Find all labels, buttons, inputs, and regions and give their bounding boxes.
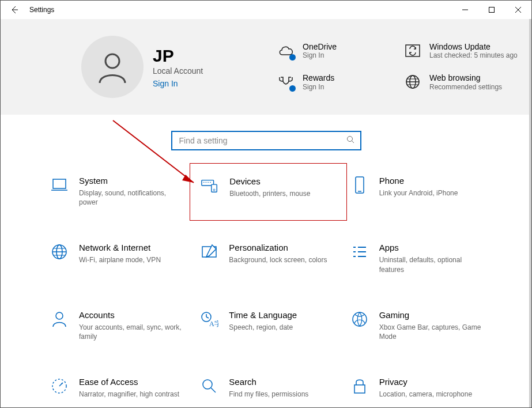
status-column-1: OneDrive Sign In Rewards Sign In (277, 19, 393, 115)
tile-sub: Your accounts, email, sync, work, family (79, 323, 186, 341)
update-sub: Last checked: 5 minutes ago (429, 51, 518, 61)
search-icon (200, 377, 218, 395)
lock-icon (350, 377, 369, 395)
status-dot-icon (289, 54, 296, 61)
tile-title: Phone (379, 176, 458, 186)
person-icon (50, 310, 69, 328)
tile-title: Network & Internet (79, 243, 161, 253)
tile-privacy[interactable]: Privacy Location, camera, microphone (348, 375, 491, 402)
tile-sub: Find my files, permissions (229, 390, 308, 399)
svg-rect-6 (406, 45, 420, 56)
tile-title: Privacy (379, 377, 472, 387)
search-box[interactable] (171, 131, 361, 150)
tile-accounts[interactable]: Accounts Your accounts, email, sync, wor… (48, 308, 191, 345)
tile-title: Time & Language (229, 310, 297, 320)
tile-system[interactable]: System Display, sound, notifications, po… (48, 173, 191, 210)
tile-time-language[interactable]: A字 Time & Language Speech, region, date (198, 308, 341, 345)
rewards-title: Rewards (303, 73, 334, 83)
svg-rect-43 (354, 385, 365, 393)
tile-sub: Bluetooth, printers, mouse (229, 189, 310, 198)
tile-title: Search (229, 377, 308, 387)
account-info: JP Local Account Sign In (153, 46, 203, 88)
phone-icon (350, 176, 369, 194)
tile-sub: Link your Android, iPhone (379, 188, 458, 198)
time-language-icon: A字 (200, 310, 218, 328)
rewards-status[interactable]: Rewards Sign In (277, 73, 393, 92)
svg-text:A字: A字 (209, 320, 218, 328)
tile-sub: Uninstall, defaults, optional features (379, 255, 486, 274)
tile-sub: Display, sound, notifications, power (79, 188, 186, 207)
browsing-sub: Recommended settings (429, 83, 502, 92)
svg-line-11 (352, 141, 354, 143)
tile-title: Devices (229, 176, 310, 187)
svg-rect-2 (489, 7, 495, 13)
account-name: JP (153, 46, 203, 65)
tile-sub: Narrator, magnifier, high contrast (79, 390, 179, 399)
accessibility-icon (50, 377, 69, 395)
settings-grid: System Display, sound, notifications, po… (1, 173, 531, 402)
window-title: Settings (28, 6, 54, 14)
account-header: JP Local Account Sign In OneDrive Sign I… (1, 19, 531, 115)
sync-icon (404, 42, 421, 59)
devices-icon (201, 176, 219, 195)
globe-icon (404, 73, 421, 90)
avatar[interactable] (81, 36, 144, 98)
window-controls (452, 1, 531, 19)
apps-list-icon (350, 243, 369, 261)
cloud-icon (277, 42, 295, 59)
svg-point-33 (56, 312, 63, 319)
onedrive-status[interactable]: OneDrive Sign In (277, 42, 393, 61)
tile-sub: Location, camera, microphone (379, 390, 472, 399)
tile-network[interactable]: Network & Internet Wi-Fi, airplane mode,… (48, 240, 191, 277)
status-column-2: Windows Update Last checked: 5 minutes a… (404, 19, 519, 115)
tile-sub: Speech, region, date (229, 323, 297, 332)
tile-devices[interactable]: Devices Bluetooth, printers, mouse (190, 163, 346, 221)
close-button[interactable] (505, 1, 531, 19)
search-icon (346, 135, 354, 146)
update-title: Windows Update (429, 42, 518, 52)
web-browsing-status[interactable]: Web browsing Recommended settings (404, 73, 519, 92)
tile-title: Ease of Access (79, 377, 179, 387)
person-icon (95, 50, 130, 84)
tile-title: Accounts (79, 310, 186, 320)
tile-title: Gaming (379, 310, 486, 320)
tile-phone[interactable]: Phone Link your Android, iPhone (348, 173, 491, 210)
minimize-button[interactable] (452, 1, 478, 19)
account-signin-link[interactable]: Sign In (153, 79, 203, 88)
maximize-button[interactable] (478, 1, 505, 19)
tile-apps[interactable]: Apps Uninstall, defaults, optional featu… (348, 240, 491, 277)
back-button[interactable] (1, 1, 28, 19)
svg-line-42 (211, 388, 216, 392)
onedrive-sub: Sign In (303, 51, 337, 61)
svg-line-36 (206, 317, 209, 318)
onedrive-title: OneDrive (303, 42, 337, 52)
search-container (1, 131, 531, 150)
settings-window: Settings JP Local Account Sign In (0, 0, 532, 408)
paint-icon (200, 243, 218, 261)
title-bar: Settings (1, 1, 531, 19)
scrollbar[interactable] (529, 19, 531, 407)
svg-point-10 (347, 137, 352, 142)
laptop-icon (50, 176, 69, 194)
account-type: Local Account (153, 66, 203, 75)
tile-search[interactable]: Search Find my files, permissions (198, 375, 341, 402)
svg-point-38 (353, 312, 367, 326)
svg-rect-12 (53, 179, 66, 188)
browsing-title: Web browsing (429, 73, 502, 83)
tile-title: Personalization (229, 243, 327, 253)
tile-title: System (79, 176, 186, 186)
tile-personalization[interactable]: Personalization Background, lock screen,… (198, 240, 341, 277)
rewards-sub: Sign In (303, 83, 334, 92)
xbox-icon (350, 310, 369, 328)
windows-update-status[interactable]: Windows Update Last checked: 5 minutes a… (404, 42, 519, 61)
search-input[interactable] (178, 135, 346, 146)
tile-ease-of-access[interactable]: Ease of Access Narrator, magnifier, high… (48, 375, 191, 402)
svg-point-5 (105, 54, 119, 68)
svg-rect-21 (356, 177, 364, 193)
tile-title: Apps (379, 243, 486, 253)
svg-point-41 (203, 380, 212, 389)
tile-sub: Wi-Fi, airplane mode, VPN (79, 255, 161, 265)
tile-sub: Background, lock screen, colors (229, 255, 327, 265)
tile-gaming[interactable]: Gaming Xbox Game Bar, captures, Game Mod… (348, 308, 491, 345)
tile-sub: Xbox Game Bar, captures, Game Mode (379, 323, 486, 341)
